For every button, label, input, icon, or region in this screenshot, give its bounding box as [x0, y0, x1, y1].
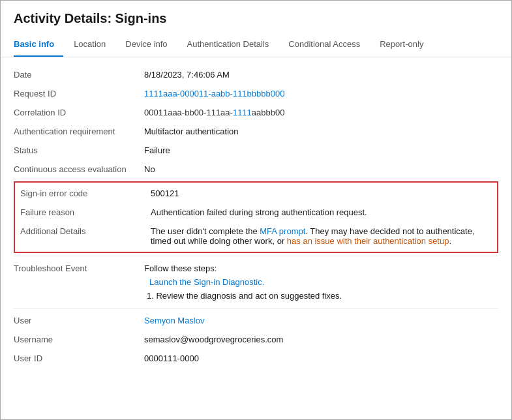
tab-bar: Basic info Location Device info Authenti… — [1, 33, 511, 57]
auth-req-value: Multifactor authentication — [144, 127, 498, 136]
additional-details-label: Additional Details — [20, 226, 151, 236]
status-row: Status Failure — [14, 141, 498, 160]
cae-label: Continuous access evaluation — [14, 164, 144, 174]
request-id-row: Request ID 1111aaa-000011-aabb-111bbbbb0… — [14, 84, 498, 103]
additional-details-text-1: The user didn't complete the — [151, 226, 260, 236]
launch-diagnostic-link[interactable]: Launch the Sign-in Diagnostic. — [149, 277, 498, 287]
user-id-value: 0000111-0000 — [144, 353, 498, 363]
user-id-row: User ID 0000111-0000 — [14, 349, 498, 368]
status-label: Status — [14, 145, 144, 155]
additional-details-value: The user didn't complete the MFA prompt.… — [151, 226, 492, 246]
user-id-label: User ID — [14, 353, 144, 363]
content-area: Date 8/18/2023, 7:46:06 AM Request ID 11… — [1, 57, 511, 381]
error-highlight-section: Sign-in error code 500121 Failure reason… — [14, 181, 498, 253]
sign-in-error-row: Sign-in error code 500121 — [15, 184, 497, 203]
additional-details-text-3: . — [449, 236, 451, 246]
user-label: User — [14, 316, 144, 325]
troubleshoot-row: Troubleshoot Event Follow these steps: L… — [14, 259, 498, 305]
user-value[interactable]: Semyon Maslov — [144, 316, 498, 325]
failure-reason-value: Authentication failed during strong auth… — [151, 207, 492, 217]
tab-location[interactable]: Location — [65, 33, 115, 57]
sign-in-error-label: Sign-in error code — [20, 188, 151, 198]
title-bar: Activity Details: Sign-ins — [1, 1, 511, 33]
additional-details-mfa: MFA prompt — [260, 226, 305, 236]
request-id-value[interactable]: 1111aaa-000011-aabb-111bbbbb000 — [144, 89, 498, 98]
troubleshoot-content: Follow these steps: Launch the Sign-in D… — [144, 263, 498, 301]
correlation-id-row: Correlation ID 00011aaa-bb00-111aa-1111a… — [14, 103, 498, 122]
tab-report-only[interactable]: Report-only — [370, 33, 432, 57]
page-title: Activity Details: Sign-ins — [14, 11, 498, 26]
auth-req-label: Authentication requirement — [14, 127, 144, 136]
correlation-id-value: 00011aaa-bb00-111aa-1111aabbb00 — [144, 108, 498, 117]
request-id-label: Request ID — [14, 89, 144, 98]
username-label: Username — [14, 335, 144, 344]
tab-auth-details[interactable]: Authentication Details — [178, 33, 279, 57]
activity-details-window: Activity Details: Sign-ins Basic info Lo… — [0, 0, 512, 420]
cae-row: Continuous access evaluation No — [14, 160, 498, 179]
failure-reason-label: Failure reason — [20, 207, 151, 217]
user-row: User Semyon Maslov — [14, 311, 498, 330]
failure-reason-row: Failure reason Authentication failed dur… — [15, 203, 497, 222]
separator-1 — [14, 256, 498, 256]
sign-in-error-value: 500121 — [151, 188, 492, 198]
troubleshoot-follow-text: Follow these steps: — [144, 263, 498, 273]
username-value: semaslov@woodgrovegroceries.com — [144, 335, 498, 344]
date-value: 8/18/2023, 7:46:06 AM — [144, 70, 498, 80]
additional-details-issue: has an issue with their authentication s… — [287, 236, 449, 246]
troubleshoot-step: 1. Review the diagnosis and act on sugge… — [147, 291, 498, 301]
date-label: Date — [14, 70, 144, 80]
separator-2 — [14, 308, 498, 308]
correlation-id-label: Correlation ID — [14, 108, 144, 117]
additional-details-row: Additional Details The user didn't compl… — [15, 222, 497, 250]
date-row: Date 8/18/2023, 7:46:06 AM — [14, 65, 498, 84]
troubleshoot-label: Troubleshoot Event — [14, 263, 144, 273]
username-row: Username semaslov@woodgrovegroceries.com — [14, 330, 498, 349]
status-value: Failure — [144, 145, 498, 155]
tab-basic-info[interactable]: Basic info — [14, 33, 63, 57]
auth-req-row: Authentication requirement Multifactor a… — [14, 122, 498, 141]
tab-conditional-access[interactable]: Conditional Access — [279, 33, 369, 57]
tab-device-info[interactable]: Device info — [116, 33, 176, 57]
cae-value: No — [144, 164, 498, 174]
